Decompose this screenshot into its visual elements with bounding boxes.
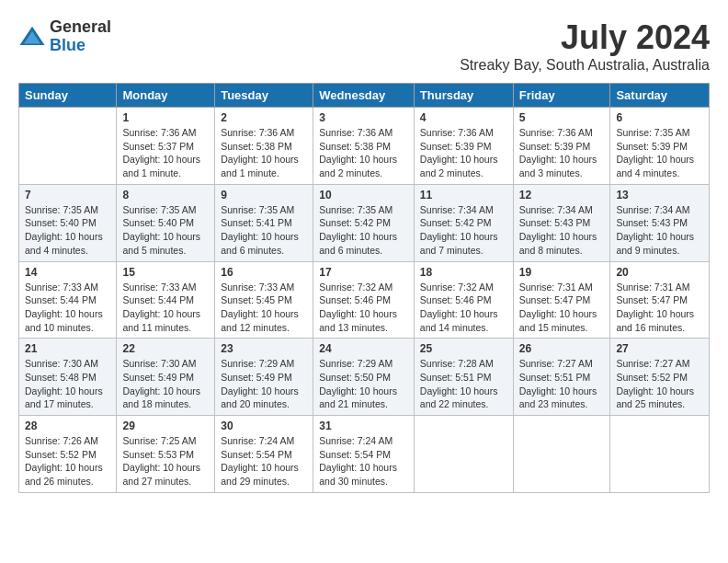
calendar-cell: 25Sunrise: 7:28 AM Sunset: 5:51 PM Dayli… xyxy=(414,339,513,416)
day-header: Saturday xyxy=(610,84,710,108)
location-title: Streaky Bay, South Australia, Australia xyxy=(460,57,710,74)
calendar-cell xyxy=(513,416,610,493)
day-info: Sunrise: 7:24 AM Sunset: 5:54 PM Dayligh… xyxy=(319,434,408,488)
day-number: 22 xyxy=(122,342,209,355)
calendar-week-row: 21Sunrise: 7:30 AM Sunset: 5:48 PM Dayli… xyxy=(19,339,710,416)
day-number: 26 xyxy=(519,342,605,355)
day-info: Sunrise: 7:30 AM Sunset: 5:49 PM Dayligh… xyxy=(122,357,209,411)
day-info: Sunrise: 7:32 AM Sunset: 5:46 PM Dayligh… xyxy=(420,281,507,335)
calendar-week-row: 14Sunrise: 7:33 AM Sunset: 5:44 PM Dayli… xyxy=(19,261,710,339)
day-info: Sunrise: 7:31 AM Sunset: 5:47 PM Dayligh… xyxy=(519,281,605,335)
calendar-header-row: SundayMondayTuesdayWednesdayThursdayFrid… xyxy=(19,84,710,108)
day-number: 7 xyxy=(25,189,110,201)
day-number: 30 xyxy=(221,419,307,432)
calendar-cell: 9Sunrise: 7:35 AM Sunset: 5:41 PM Daylig… xyxy=(215,184,313,261)
day-number: 18 xyxy=(420,266,507,279)
day-info: Sunrise: 7:36 AM Sunset: 5:37 PM Dayligh… xyxy=(122,126,209,180)
day-info: Sunrise: 7:24 AM Sunset: 5:54 PM Dayligh… xyxy=(221,434,307,488)
day-number: 16 xyxy=(221,266,307,279)
day-number: 12 xyxy=(519,189,605,201)
calendar-cell: 29Sunrise: 7:25 AM Sunset: 5:53 PM Dayli… xyxy=(117,416,215,493)
day-info: Sunrise: 7:35 AM Sunset: 5:39 PM Dayligh… xyxy=(616,126,703,180)
calendar-cell: 30Sunrise: 7:24 AM Sunset: 5:54 PM Dayli… xyxy=(215,416,313,493)
calendar-cell: 27Sunrise: 7:27 AM Sunset: 5:52 PM Dayli… xyxy=(610,339,710,416)
day-number: 14 xyxy=(25,266,110,279)
day-number: 2 xyxy=(221,111,307,124)
calendar-cell: 21Sunrise: 7:30 AM Sunset: 5:48 PM Dayli… xyxy=(19,339,117,416)
day-header: Tuesday xyxy=(215,84,313,108)
calendar-cell: 8Sunrise: 7:35 AM Sunset: 5:40 PM Daylig… xyxy=(117,184,215,261)
day-number: 31 xyxy=(319,419,408,432)
day-number: 15 xyxy=(122,266,209,279)
title-block: July 2024 Streaky Bay, South Australia, … xyxy=(460,18,710,74)
calendar-cell: 16Sunrise: 7:33 AM Sunset: 5:45 PM Dayli… xyxy=(215,261,313,339)
day-info: Sunrise: 7:27 AM Sunset: 5:51 PM Dayligh… xyxy=(519,357,605,411)
calendar-cell xyxy=(610,416,710,493)
calendar-cell: 31Sunrise: 7:24 AM Sunset: 5:54 PM Dayli… xyxy=(313,416,415,493)
logo-text: General Blue xyxy=(50,18,111,55)
calendar-cell: 14Sunrise: 7:33 AM Sunset: 5:44 PM Dayli… xyxy=(19,261,117,339)
day-info: Sunrise: 7:29 AM Sunset: 5:50 PM Dayligh… xyxy=(319,357,408,411)
day-info: Sunrise: 7:35 AM Sunset: 5:41 PM Dayligh… xyxy=(221,203,307,258)
calendar-cell: 2Sunrise: 7:36 AM Sunset: 5:38 PM Daylig… xyxy=(215,108,313,185)
day-number: 19 xyxy=(519,266,605,279)
day-number: 9 xyxy=(221,189,307,201)
calendar-cell: 23Sunrise: 7:29 AM Sunset: 5:49 PM Dayli… xyxy=(215,339,313,416)
calendar-cell: 28Sunrise: 7:26 AM Sunset: 5:52 PM Dayli… xyxy=(19,416,117,493)
day-number: 17 xyxy=(319,266,408,279)
page-header: General Blue July 2024 Streaky Bay, Sout… xyxy=(18,18,710,74)
calendar-week-row: 28Sunrise: 7:26 AM Sunset: 5:52 PM Dayli… xyxy=(19,416,710,493)
month-title: July 2024 xyxy=(460,18,710,57)
day-info: Sunrise: 7:33 AM Sunset: 5:44 PM Dayligh… xyxy=(122,281,209,335)
logo-blue: Blue xyxy=(50,37,111,55)
calendar-week-row: 1Sunrise: 7:36 AM Sunset: 5:37 PM Daylig… xyxy=(19,108,710,185)
calendar-cell: 19Sunrise: 7:31 AM Sunset: 5:47 PM Dayli… xyxy=(513,261,610,339)
calendar-cell: 10Sunrise: 7:35 AM Sunset: 5:42 PM Dayli… xyxy=(313,184,415,261)
day-number: 21 xyxy=(25,342,110,355)
day-info: Sunrise: 7:35 AM Sunset: 5:42 PM Dayligh… xyxy=(319,203,408,258)
calendar-cell: 6Sunrise: 7:35 AM Sunset: 5:39 PM Daylig… xyxy=(610,108,710,185)
day-number: 24 xyxy=(319,342,408,355)
day-number: 10 xyxy=(319,189,408,201)
day-number: 20 xyxy=(616,266,703,279)
logo-icon xyxy=(18,23,46,51)
day-info: Sunrise: 7:32 AM Sunset: 5:46 PM Dayligh… xyxy=(319,281,408,335)
day-info: Sunrise: 7:29 AM Sunset: 5:49 PM Dayligh… xyxy=(221,357,307,411)
calendar-cell: 17Sunrise: 7:32 AM Sunset: 5:46 PM Dayli… xyxy=(313,261,415,339)
calendar-cell: 11Sunrise: 7:34 AM Sunset: 5:42 PM Dayli… xyxy=(414,184,513,261)
calendar-cell: 4Sunrise: 7:36 AM Sunset: 5:39 PM Daylig… xyxy=(414,108,513,185)
day-number: 23 xyxy=(221,342,307,355)
day-info: Sunrise: 7:36 AM Sunset: 5:38 PM Dayligh… xyxy=(221,126,307,180)
day-number: 3 xyxy=(319,111,408,124)
logo-general: General xyxy=(50,18,111,37)
day-header: Sunday xyxy=(19,84,117,108)
calendar-cell: 26Sunrise: 7:27 AM Sunset: 5:51 PM Dayli… xyxy=(513,339,610,416)
day-info: Sunrise: 7:25 AM Sunset: 5:53 PM Dayligh… xyxy=(122,434,209,488)
day-info: Sunrise: 7:35 AM Sunset: 5:40 PM Dayligh… xyxy=(122,203,209,258)
day-info: Sunrise: 7:28 AM Sunset: 5:51 PM Dayligh… xyxy=(420,357,507,411)
day-number: 1 xyxy=(122,111,209,124)
calendar-cell xyxy=(414,416,513,493)
calendar-cell: 13Sunrise: 7:34 AM Sunset: 5:43 PM Dayli… xyxy=(610,184,710,261)
day-number: 11 xyxy=(420,189,507,201)
day-number: 29 xyxy=(122,419,209,432)
calendar-cell: 3Sunrise: 7:36 AM Sunset: 5:38 PM Daylig… xyxy=(313,108,415,185)
day-info: Sunrise: 7:31 AM Sunset: 5:47 PM Dayligh… xyxy=(616,281,703,335)
day-header: Friday xyxy=(513,84,610,108)
day-info: Sunrise: 7:33 AM Sunset: 5:45 PM Dayligh… xyxy=(221,281,307,335)
day-info: Sunrise: 7:27 AM Sunset: 5:52 PM Dayligh… xyxy=(616,357,703,411)
calendar-table: SundayMondayTuesdayWednesdayThursdayFrid… xyxy=(18,83,710,493)
day-info: Sunrise: 7:33 AM Sunset: 5:44 PM Dayligh… xyxy=(25,281,110,335)
calendar-cell: 1Sunrise: 7:36 AM Sunset: 5:37 PM Daylig… xyxy=(117,108,215,185)
day-number: 4 xyxy=(420,111,507,124)
calendar-cell: 5Sunrise: 7:36 AM Sunset: 5:39 PM Daylig… xyxy=(513,108,610,185)
calendar-cell: 15Sunrise: 7:33 AM Sunset: 5:44 PM Dayli… xyxy=(117,261,215,339)
day-number: 5 xyxy=(519,111,605,124)
calendar-cell: 24Sunrise: 7:29 AM Sunset: 5:50 PM Dayli… xyxy=(313,339,415,416)
day-info: Sunrise: 7:36 AM Sunset: 5:39 PM Dayligh… xyxy=(420,126,507,180)
day-info: Sunrise: 7:36 AM Sunset: 5:38 PM Dayligh… xyxy=(319,126,408,180)
calendar-cell: 18Sunrise: 7:32 AM Sunset: 5:46 PM Dayli… xyxy=(414,261,513,339)
day-info: Sunrise: 7:34 AM Sunset: 5:43 PM Dayligh… xyxy=(616,203,703,258)
day-info: Sunrise: 7:35 AM Sunset: 5:40 PM Dayligh… xyxy=(25,203,110,258)
day-info: Sunrise: 7:34 AM Sunset: 5:42 PM Dayligh… xyxy=(420,203,507,258)
